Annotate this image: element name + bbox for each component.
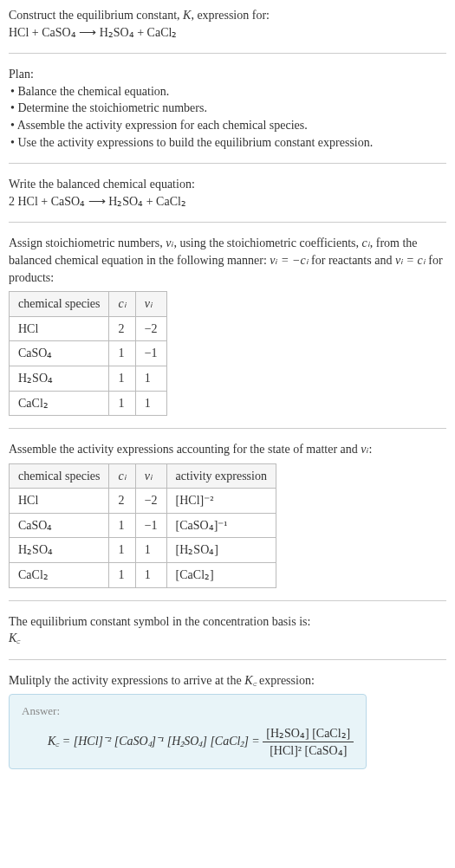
- activity-title: Assemble the activity expressions accoun…: [9, 441, 446, 458]
- table-row: CaSO₄ 1 −1: [10, 341, 167, 366]
- stoich-ci: cᵢ: [362, 236, 370, 249]
- nu-cell: −1: [135, 513, 166, 538]
- col-header: νᵢ: [135, 292, 166, 317]
- c-cell: 1: [109, 563, 135, 588]
- species-cell: CaSO₄: [10, 341, 109, 366]
- activity-text: :: [369, 443, 373, 456]
- table-row: CaSO₄ 1 −1 [CaSO₄]⁻¹: [10, 513, 276, 538]
- answer-box: Answer: K꜀ = [HCl]⁻² [CaSO₄]⁻¹ [H₂SO₄] […: [9, 694, 367, 768]
- plan-bullet: • Use the activity expressions to build …: [10, 134, 446, 152]
- c-cell: 2: [109, 489, 135, 514]
- multiply-kc: K꜀: [244, 674, 256, 687]
- col-header: chemical species: [10, 292, 109, 317]
- table-row: H₂SO₄ 1 1 [H₂SO₄]: [10, 538, 276, 563]
- stoich-rel: νᵢ = −cᵢ: [270, 254, 308, 267]
- col-header: chemical species: [10, 463, 109, 489]
- c-cell: 2: [109, 316, 135, 341]
- plan-bullet: • Assemble the activity expression for e…: [10, 117, 446, 134]
- nu-cell: 1: [135, 366, 166, 391]
- table-row: H₂SO₄ 1 1: [10, 366, 167, 391]
- unbalanced-equation: HCl + CaSO₄ ⟶ H₂SO₄ + CaCl₂: [9, 24, 446, 42]
- table-header-row: chemical species cᵢ νᵢ activity expressi…: [10, 463, 276, 489]
- nu-cell: −2: [135, 489, 166, 514]
- table-row: CaCl₂ 1 1: [10, 391, 167, 416]
- species-cell: HCl: [10, 489, 109, 514]
- prompt-text: Construct the equilibrium constant,: [9, 9, 183, 22]
- species-cell: H₂SO₄: [10, 366, 109, 391]
- prompt-K: K: [183, 9, 191, 22]
- answer-lhs: K꜀ = [HCl]⁻² [CaSO₄]⁻¹ [H₂SO₄] [CaCl₂] =: [48, 735, 263, 748]
- answer-equation: K꜀ = [HCl]⁻² [CaSO₄]⁻¹ [H₂SO₄] [CaCl₂] =…: [22, 725, 354, 760]
- plan-title: Plan:: [9, 66, 446, 83]
- stoich-section: Assign stoichiometric numbers, νᵢ, using…: [9, 235, 446, 429]
- table-row: HCl 2 −2 [HCl]⁻²: [10, 489, 276, 514]
- balanced-equation: 2 HCl + CaSO₄ ⟶ H₂SO₄ + CaCl₂: [9, 193, 446, 211]
- answer-fraction: [H₂SO₄] [CaCl₂] [HCl]² [CaSO₄]: [263, 725, 354, 760]
- nu-cell: 1: [135, 563, 166, 588]
- plan-bullet: • Balance the chemical equation.: [10, 83, 446, 100]
- fraction-numerator: [H₂SO₄] [CaCl₂]: [263, 725, 354, 743]
- plan-section: Plan: • Balance the chemical equation. •…: [9, 66, 446, 164]
- expr-cell: [H₂SO₄]: [166, 538, 276, 563]
- nu-cell: −1: [135, 341, 166, 366]
- balanced-title: Write the balanced chemical equation:: [9, 176, 446, 193]
- nu-cell: 1: [135, 391, 166, 416]
- c-cell: 1: [109, 341, 135, 366]
- symbol-section: The equilibrium constant symbol in the c…: [9, 613, 446, 660]
- activity-nu: νᵢ: [361, 443, 368, 456]
- balanced-section: Write the balanced chemical equation: 2 …: [9, 176, 446, 223]
- fraction-denominator: [HCl]² [CaSO₄]: [263, 742, 354, 760]
- prompt-text-b: , expression for:: [191, 9, 270, 22]
- symbol-value: K꜀: [9, 630, 446, 647]
- activity-table: chemical species cᵢ νᵢ activity expressi…: [9, 463, 276, 588]
- nu-cell: 1: [135, 538, 166, 563]
- table-row: CaCl₂ 1 1 [CaCl₂]: [10, 563, 276, 588]
- col-header: νᵢ: [135, 463, 166, 489]
- multiply-text: Mulitply the activity expressions to arr…: [9, 674, 244, 687]
- stoich-rel: νᵢ = cᵢ: [395, 254, 426, 267]
- c-cell: 1: [109, 366, 135, 391]
- c-cell: 1: [109, 513, 135, 538]
- prompt-section: Construct the equilibrium constant, K, e…: [9, 7, 446, 54]
- activity-section: Assemble the activity expressions accoun…: [9, 441, 446, 601]
- multiply-title: Mulitply the activity expressions to arr…: [9, 672, 446, 690]
- multiply-text: expression:: [257, 674, 315, 687]
- species-cell: H₂SO₄: [10, 538, 109, 563]
- table-header-row: chemical species cᵢ νᵢ: [10, 292, 167, 317]
- stoich-text: for reactants and: [309, 254, 395, 267]
- col-header: cᵢ: [109, 292, 135, 317]
- symbol-title: The equilibrium constant symbol in the c…: [9, 613, 446, 631]
- table-row: HCl 2 −2: [10, 316, 167, 341]
- expr-cell: [CaCl₂]: [166, 563, 276, 588]
- col-header: cᵢ: [109, 463, 135, 489]
- expr-cell: [CaSO₄]⁻¹: [166, 513, 276, 538]
- multiply-section: Mulitply the activity expressions to arr…: [9, 672, 446, 781]
- c-cell: 1: [109, 391, 135, 416]
- stoich-text: Assign stoichiometric numbers,: [9, 236, 166, 249]
- col-header: activity expression: [166, 463, 276, 489]
- species-cell: CaCl₂: [10, 563, 109, 588]
- stoich-intro: Assign stoichiometric numbers, νᵢ, using…: [9, 235, 446, 286]
- species-cell: HCl: [10, 316, 109, 341]
- expr-cell: [HCl]⁻²: [166, 489, 276, 514]
- nu-cell: −2: [135, 316, 166, 341]
- stoich-text: , using the stoichiometric coefficients,: [173, 236, 361, 249]
- stoich-table: chemical species cᵢ νᵢ HCl 2 −2 CaSO₄ 1 …: [9, 291, 167, 416]
- c-cell: 1: [109, 538, 135, 563]
- activity-text: Assemble the activity expressions accoun…: [9, 443, 361, 456]
- plan-bullet: • Determine the stoichiometric numbers.: [10, 100, 446, 117]
- species-cell: CaSO₄: [10, 513, 109, 538]
- species-cell: CaCl₂: [10, 391, 109, 416]
- answer-label: Answer:: [22, 703, 354, 719]
